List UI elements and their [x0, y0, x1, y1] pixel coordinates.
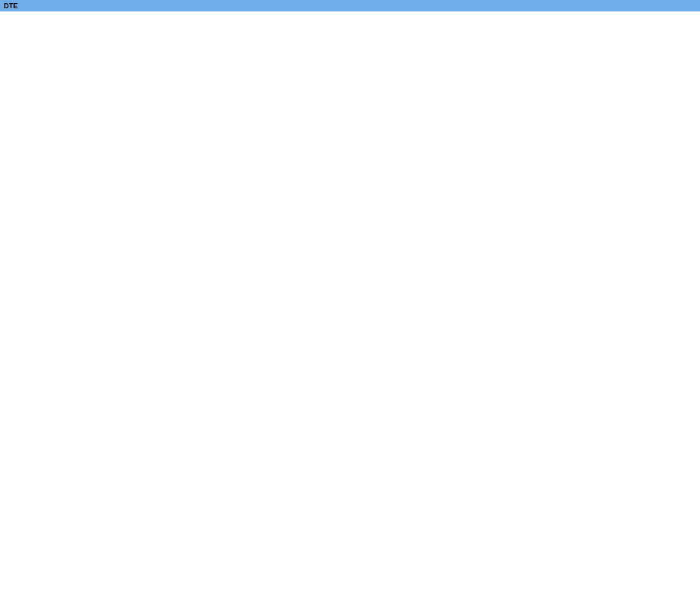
dte-root-header: DTE [0, 0, 700, 11]
